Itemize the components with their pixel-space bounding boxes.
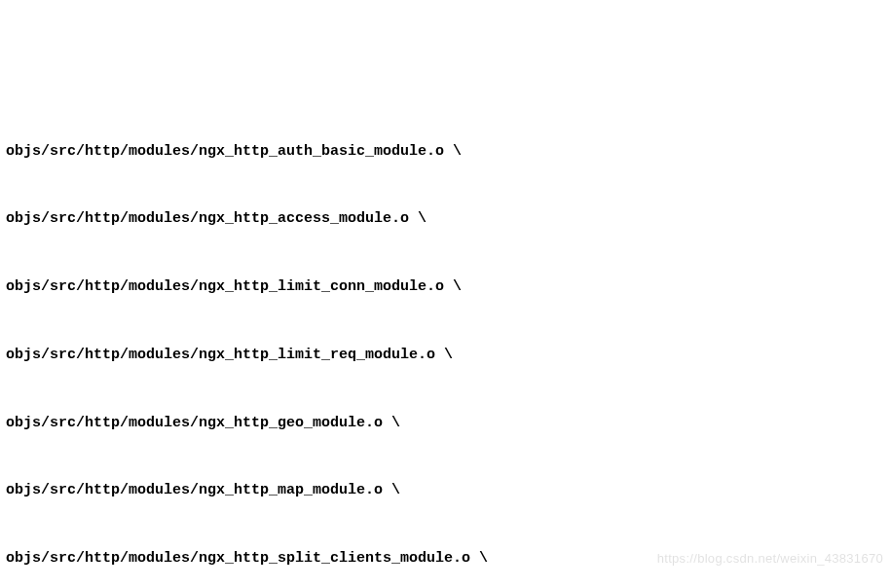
terminal-line: objs/src/http/modules/ngx_http_split_cli… [6, 547, 885, 570]
terminal-output: objs/src/http/modules/ngx_http_auth_basi… [6, 94, 885, 588]
terminal-line: objs/src/http/modules/ngx_http_auth_basi… [6, 140, 885, 163]
terminal-line: objs/src/http/modules/ngx_http_map_modul… [6, 479, 885, 501]
terminal-line: objs/src/http/modules/ngx_http_access_mo… [6, 207, 885, 230]
terminal-line: objs/src/http/modules/ngx_http_limit_con… [6, 276, 885, 298]
terminal-line: objs/src/http/modules/ngx_http_limit_req… [6, 344, 885, 366]
terminal-line: objs/src/http/modules/ngx_http_geo_modul… [6, 412, 885, 434]
